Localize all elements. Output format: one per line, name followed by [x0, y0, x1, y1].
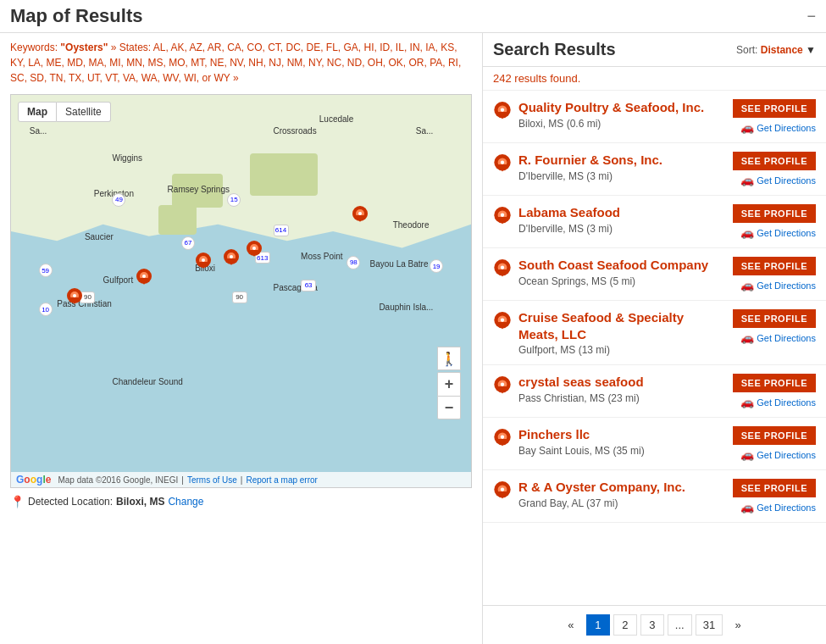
result-name-5[interactable]: crystal seas seafood — [518, 374, 726, 391]
map-pin-3[interactable] — [195, 252, 212, 274]
see-profile-button-3[interactable]: SEE PROFILE — [733, 257, 816, 275]
sort-control[interactable]: Sort: Distance ▼ — [736, 44, 816, 56]
result-name-0[interactable]: Quality Poultry & Seafood, Inc. — [518, 99, 726, 116]
pagination-page-...[interactable]: ... — [668, 614, 692, 636]
result-info-5: crystal seas seafood Pass Christian, MS … — [518, 374, 726, 404]
pagination-next[interactable]: » — [726, 615, 750, 635]
result-name-6[interactable]: Pinchers llc — [518, 426, 726, 443]
map-label: Moss Point — [301, 252, 342, 261]
change-location-link[interactable]: Change — [168, 496, 203, 508]
result-name-3[interactable]: South Coast Seafood Company — [518, 257, 726, 274]
result-info-6: Pinchers llc Bay Saint Louis, MS (35 mi) — [518, 426, 726, 457]
pagination-prev[interactable]: « — [559, 615, 583, 635]
svg-point-15 — [230, 255, 233, 258]
minimize-icon[interactable]: − — [807, 8, 816, 25]
get-directions-link-6[interactable]: 🚗 Get Directions — [740, 448, 816, 461]
result-pin-6 — [493, 428, 512, 454]
result-item: crystal seas seafood Pass Christian, MS … — [483, 365, 826, 418]
result-info-3: South Coast Seafood Company Ocean Spring… — [518, 257, 726, 287]
result-name-7[interactable]: R & A Oyster Company, Inc. — [518, 479, 726, 496]
svg-point-11 — [202, 258, 205, 262]
sort-arrow-icon: ▼ — [806, 44, 816, 56]
see-profile-button-2[interactable]: SEE PROFILE — [733, 204, 816, 223]
svg-point-7 — [142, 275, 146, 278]
pagination-page-31[interactable]: 31 — [696, 614, 723, 636]
page-title: Map of Results — [10, 5, 142, 27]
map-pin-6[interactable] — [352, 205, 369, 227]
see-profile-button-4[interactable]: SEE PROFILE — [733, 309, 816, 328]
see-profile-button-7[interactable]: SEE PROFILE — [733, 479, 816, 497]
result-pin-5 — [493, 375, 512, 402]
svg-point-19 — [252, 247, 256, 250]
pagination-page-3[interactable]: 3 — [640, 614, 664, 636]
result-location-3: Ocean Springs, MS (5 mi) — [518, 275, 726, 287]
main-container: Keywords: "Oysters" » States: AL, AK, AZ… — [0, 33, 826, 644]
page-header: Map of Results − — [0, 0, 826, 33]
map-park — [172, 174, 223, 208]
street-view-button[interactable]: 🚶 — [437, 347, 461, 370]
map-tab-satellite[interactable]: Satellite — [57, 102, 111, 122]
car-icon: 🚗 — [740, 396, 754, 408]
map-park — [158, 205, 197, 235]
map-pin-4[interactable] — [223, 248, 240, 270]
svg-point-51 — [501, 436, 504, 439]
get-directions-link-7[interactable]: 🚗 Get Directions — [740, 501, 816, 514]
map-tabs: Map Satellite — [18, 102, 111, 122]
search-results-title: Search Results — [493, 40, 616, 59]
result-name-1[interactable]: R. Fournier & Sons, Inc. — [518, 152, 726, 169]
map-park — [250, 153, 318, 196]
terms-of-use-link[interactable]: Terms of Use — [187, 475, 237, 485]
svg-point-39 — [501, 266, 504, 269]
result-location-4: Gulfport, MS (13 mi) — [518, 344, 726, 356]
svg-point-43 — [501, 319, 504, 322]
map-label: Dauphin Isla... — [379, 303, 433, 312]
zoom-in-button[interactable]: + — [437, 372, 461, 396]
result-location-1: D'Iberville, MS (3 mi) — [518, 170, 726, 182]
map-footer: Google Map data ©2016 Google, INEGI | Te… — [11, 472, 471, 487]
see-profile-button-6[interactable]: SEE PROFILE — [733, 426, 816, 445]
get-directions-link-0[interactable]: 🚗 Get Directions — [740, 121, 816, 134]
result-name-2[interactable]: Labama Seafood — [518, 204, 726, 221]
result-actions-2: SEE PROFILE 🚗 Get Directions — [733, 204, 816, 239]
road-sign: 63 — [301, 280, 316, 291]
see-profile-button-0[interactable]: SEE PROFILE — [733, 99, 816, 118]
result-item: Labama Seafood D'Iberville, MS (3 mi) SE… — [483, 196, 826, 248]
result-location-6: Bay Saint Louis, MS (35 mi) — [518, 445, 726, 457]
get-directions-link-2[interactable]: 🚗 Get Directions — [740, 226, 816, 239]
result-pin-2 — [493, 206, 512, 232]
map-background: Map Satellite Crossroads Lucedale Wiggin… — [11, 95, 471, 487]
zoom-out-button[interactable]: − — [437, 396, 461, 419]
get-directions-link-3[interactable]: 🚗 Get Directions — [740, 279, 816, 291]
car-icon: 🚗 — [740, 174, 754, 186]
svg-point-31 — [501, 161, 504, 164]
result-pin-3 — [493, 258, 512, 285]
left-panel: Keywords: "Oysters" » States: AL, AK, AZ… — [0, 33, 483, 644]
road-sign: 614 — [274, 225, 289, 236]
map-tab-map[interactable]: Map — [18, 102, 57, 122]
location-pin-icon: 📍 — [10, 495, 25, 508]
road-sign: 59 — [39, 264, 53, 277]
map-pin-5[interactable] — [246, 240, 263, 262]
detected-city: Biloxi, MS — [116, 496, 164, 508]
road-sign: 67 — [181, 236, 195, 250]
get-directions-link-5[interactable]: 🚗 Get Directions — [740, 396, 816, 408]
result-info-0: Quality Poultry & Seafood, Inc. Biloxi, … — [518, 99, 726, 130]
pagination-page-2[interactable]: 2 — [613, 614, 637, 636]
get-directions-link-1[interactable]: 🚗 Get Directions — [740, 174, 816, 186]
result-name-4[interactable]: Cruise Seafood & Specialty Meats, LLC — [518, 309, 726, 342]
map-pin-1[interactable] — [66, 287, 83, 309]
pagination-page-1[interactable]: 1 — [586, 614, 610, 636]
map-pin-2[interactable] — [136, 268, 152, 290]
report-map-error-link[interactable]: Report a map error — [246, 475, 317, 485]
see-profile-button-5[interactable]: SEE PROFILE — [733, 374, 816, 392]
result-actions-0: SEE PROFILE 🚗 Get Directions — [733, 99, 816, 134]
result-item: Quality Poultry & Seafood, Inc. Biloxi, … — [483, 91, 826, 143]
get-directions-link-4[interactable]: 🚗 Get Directions — [740, 331, 816, 344]
detected-label: Detected Location: — [28, 496, 113, 508]
result-item: Pinchers llc Bay Saint Louis, MS (35 mi)… — [483, 418, 826, 470]
sort-value: Distance — [761, 44, 803, 56]
road-sign: 19 — [430, 259, 443, 273]
see-profile-button-1[interactable]: SEE PROFILE — [733, 152, 816, 170]
svg-point-55 — [501, 488, 504, 491]
result-info-7: R & A Oyster Company, Inc. Grand Bay, AL… — [518, 479, 726, 509]
